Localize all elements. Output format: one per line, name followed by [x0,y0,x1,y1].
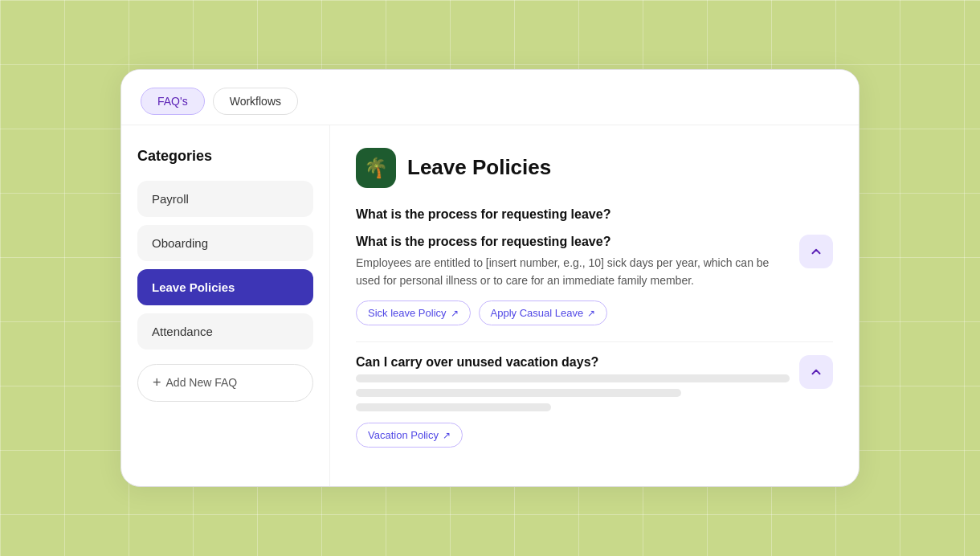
sidebar-item-leave-policies[interactable]: Leave Policies [137,269,313,305]
faq-item-2-collapse-button[interactable] [799,355,833,389]
sidebar-item-payroll[interactable]: Payroll [137,181,313,217]
external-link-icon-3: ↗ [443,430,451,441]
external-link-icon-2: ↗ [587,308,595,319]
faq-item-2-header: Can I carry over unused vacation days? V… [356,355,833,448]
category-icon: 🌴 [356,148,396,188]
chevron-up-icon-2 [809,365,823,379]
faq-tag-casual-leave[interactable]: Apply Casual Leave ↗ [479,300,608,325]
sidebar: Categories Payroll Oboarding Leave Polic… [121,125,330,487]
faq-tag-sick-leave[interactable]: Sick leave Policy ↗ [356,300,471,325]
faq-item-1-tags: Sick leave Policy ↗ Apply Casual Leave ↗ [356,300,790,325]
category-title: Leave Policies [407,155,551,180]
add-faq-button[interactable]: + Add New FAQ [137,364,313,402]
faq-item-1-body: What is the process for requesting leave… [356,235,790,326]
plus-icon: + [153,374,161,391]
faq-item-1: What is the process for requesting leave… [356,235,833,326]
placeholder-line-3 [356,403,551,411]
faq-tag-vacation-policy[interactable]: Vacation Policy ↗ [356,423,463,448]
faq-tag-casual-leave-label: Apply Casual Leave [491,307,584,319]
divider-1 [356,341,833,342]
faq-tag-vacation-label: Vacation Policy [368,429,439,441]
faq-item-2-tags: Vacation Policy ↗ [356,423,790,448]
sidebar-item-onboarding[interactable]: Oboarding [137,225,313,261]
placeholder-line-1 [356,374,790,382]
faq-item-1-question: What is the process for requesting leave… [356,235,790,249]
tab-bar: FAQ's Workflows [121,70,859,125]
faq-tag-sick-leave-label: Sick leave Policy [368,307,447,319]
tab-faqs[interactable]: FAQ's [141,88,205,115]
content-area: 🌴 Leave Policies What is the process for… [330,125,859,487]
faq-item-1-header: What is the process for requesting leave… [356,235,833,326]
faq-item-2-question: Can I carry over unused vacation days? [356,355,790,370]
placeholder-line-2 [356,389,681,397]
faq-item-2-body: Can I carry over unused vacation days? V… [356,355,790,448]
faq-section-label: What is the process for requesting leave… [356,207,833,222]
sidebar-item-attendance[interactable]: Attendance [137,313,313,350]
faq-item-2-placeholder [356,374,790,411]
faq-item-1-answer: Employees are entitled to [insert number… [356,254,790,290]
main-card: FAQ's Workflows Categories Payroll Oboar… [120,69,860,488]
faq-item-2: Can I carry over unused vacation days? V… [356,355,833,448]
external-link-icon: ↗ [451,308,459,319]
category-header: 🌴 Leave Policies [356,148,833,188]
sidebar-title: Categories [137,148,313,165]
main-layout: Categories Payroll Oboarding Leave Polic… [121,125,859,487]
add-faq-label: Add New FAQ [166,376,238,389]
faq-item-1-collapse-button[interactable] [799,235,833,268]
chevron-up-icon [809,244,823,259]
tab-workflows[interactable]: Workflows [213,88,298,115]
